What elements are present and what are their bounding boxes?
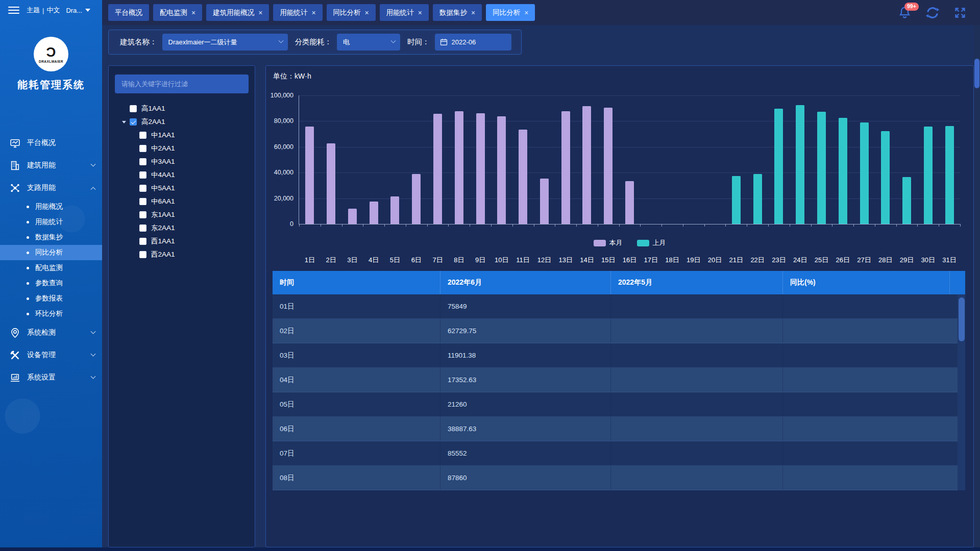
page-scrollbar-thumb[interactable] bbox=[974, 59, 979, 88]
checkbox[interactable] bbox=[130, 105, 137, 112]
building-select[interactable]: Draexlmaier一二级计量 bbox=[162, 34, 288, 51]
sidebar-item-用能概况[interactable]: 用能概况 bbox=[0, 199, 102, 214]
tree-node-中3AA1[interactable]: 中3AA1 bbox=[109, 155, 255, 168]
sidebar-item-平台概况[interactable]: 平台概况 bbox=[0, 132, 102, 154]
sidebar-item-同比分析[interactable]: 同比分析 bbox=[0, 245, 102, 260]
bar-4日-本月[interactable] bbox=[370, 202, 378, 224]
bar-7日-本月[interactable] bbox=[433, 114, 442, 224]
tree-node-高1AA1[interactable]: 高1AA1 bbox=[109, 102, 255, 115]
tab-close-icon[interactable]: × bbox=[365, 9, 369, 16]
bar-23日-上月[interactable] bbox=[774, 109, 783, 224]
sidebar-item-系统设置[interactable]: 系统设置 bbox=[0, 366, 102, 389]
sidebar-item-环比分析[interactable]: 环比分析 bbox=[0, 306, 102, 321]
bar-13日-本月[interactable] bbox=[561, 111, 570, 224]
tree-node-西1AA1[interactable]: 西1AA1 bbox=[109, 235, 255, 248]
sidebar-item-参数报表[interactable]: 参数报表 bbox=[0, 291, 102, 306]
checkbox[interactable] bbox=[139, 145, 146, 152]
checkbox[interactable] bbox=[139, 211, 146, 218]
bar-1日-本月[interactable] bbox=[305, 127, 314, 224]
table-row[interactable]: 07日85552 bbox=[273, 441, 965, 466]
tab-close-icon[interactable]: × bbox=[311, 9, 315, 16]
legend-item-本月[interactable]: 本月 bbox=[594, 238, 623, 247]
table-scrollbar[interactable] bbox=[958, 294, 965, 490]
bar-3日-本月[interactable] bbox=[348, 209, 357, 224]
tree-node-中5AA1[interactable]: 中5AA1 bbox=[109, 182, 255, 195]
bar-24日-上月[interactable] bbox=[796, 105, 804, 224]
bar-14日-本月[interactable] bbox=[582, 106, 591, 224]
tab-close-icon[interactable]: × bbox=[418, 9, 422, 16]
tree-search-input[interactable] bbox=[115, 74, 249, 93]
fullscreen-button[interactable] bbox=[953, 6, 967, 19]
bar-6日-本月[interactable] bbox=[412, 174, 421, 224]
tab-数据集抄[interactable]: 数据集抄× bbox=[433, 4, 482, 21]
bar-9日-本月[interactable] bbox=[476, 113, 485, 224]
tab-close-icon[interactable]: × bbox=[471, 9, 475, 16]
table-row[interactable]: 04日17352.63 bbox=[273, 368, 965, 392]
checkbox[interactable] bbox=[139, 224, 146, 232]
tree-node-中2AA1[interactable]: 中2AA1 bbox=[109, 142, 255, 155]
bar-11日-本月[interactable] bbox=[519, 130, 527, 224]
tree-node-东2AA1[interactable]: 东2AA1 bbox=[109, 221, 255, 235]
bar-5日-本月[interactable] bbox=[390, 196, 399, 224]
user-menu[interactable]: Dra... bbox=[66, 7, 90, 14]
table-row[interactable]: 08日87860 bbox=[273, 466, 965, 490]
tab-配电监测[interactable]: 配电监测× bbox=[153, 4, 202, 21]
hamburger-menu-icon[interactable] bbox=[8, 7, 19, 14]
tab-同比分析[interactable]: 同比分析× bbox=[327, 4, 376, 21]
tab-close-icon[interactable]: × bbox=[191, 9, 195, 16]
sidebar-item-系统检测[interactable]: 系统检测 bbox=[0, 321, 102, 344]
bar-12日-本月[interactable] bbox=[540, 179, 549, 224]
table-row[interactable]: 05日21260 bbox=[273, 392, 965, 417]
bar-28日-上月[interactable] bbox=[881, 131, 890, 224]
tree-node-中6AA1[interactable]: 中6AA1 bbox=[109, 195, 255, 208]
tree-node-中4AA1[interactable]: 中4AA1 bbox=[109, 168, 255, 182]
date-picker[interactable]: 2022-06 bbox=[435, 34, 511, 51]
bar-22日-上月[interactable] bbox=[753, 174, 762, 224]
bar-8日-本月[interactable] bbox=[455, 111, 463, 224]
checkbox[interactable] bbox=[139, 198, 146, 205]
table-row[interactable]: 06日38887.63 bbox=[273, 417, 965, 441]
tab-close-icon[interactable]: × bbox=[524, 9, 528, 16]
sidebar-item-配电监测[interactable]: 配电监测 bbox=[0, 260, 102, 276]
bar-16日-本月[interactable] bbox=[625, 181, 634, 224]
sidebar-item-建筑用能[interactable]: 建筑用能 bbox=[0, 154, 102, 177]
bar-25日-上月[interactable] bbox=[817, 112, 826, 224]
checkbox[interactable] bbox=[139, 132, 146, 139]
sidebar-item-设备管理[interactable]: 设备管理 bbox=[0, 344, 102, 366]
theme-link[interactable]: 主题 bbox=[27, 6, 40, 15]
energy-type-select[interactable]: 电 bbox=[337, 34, 400, 51]
checkbox[interactable] bbox=[139, 158, 146, 165]
legend-item-上月[interactable]: 上月 bbox=[637, 238, 666, 247]
sidebar-item-用能统计[interactable]: 用能统计 bbox=[0, 214, 102, 230]
table-scrollbar-thumb[interactable] bbox=[959, 297, 965, 341]
bar-15日-本月[interactable] bbox=[604, 108, 612, 224]
bar-2日-本月[interactable] bbox=[327, 143, 335, 224]
bar-30日-上月[interactable] bbox=[924, 127, 933, 224]
tab-同比分析[interactable]: 同比分析× bbox=[486, 4, 535, 21]
bar-21日-上月[interactable] bbox=[732, 176, 741, 224]
horizontal-scrollbar[interactable] bbox=[0, 547, 980, 551]
tab-close-icon[interactable]: × bbox=[258, 9, 262, 16]
refresh-button[interactable] bbox=[925, 5, 940, 20]
checkbox[interactable] bbox=[139, 251, 146, 258]
tab-平台概况[interactable]: 平台概况 bbox=[108, 4, 149, 21]
table-row[interactable]: 03日11901.38 bbox=[273, 343, 965, 368]
table-row[interactable]: 01日75849 bbox=[273, 294, 965, 319]
bar-26日-上月[interactable] bbox=[839, 118, 847, 224]
tree-node-中1AA1[interactable]: 中1AA1 bbox=[109, 129, 255, 142]
checkbox[interactable] bbox=[139, 171, 146, 179]
checkbox[interactable] bbox=[130, 118, 137, 126]
tree-node-高2AA1[interactable]: 高2AA1 bbox=[109, 115, 255, 129]
table-row[interactable]: 02日62729.75 bbox=[273, 319, 965, 343]
sidebar-item-数据集抄[interactable]: 数据集抄 bbox=[0, 230, 102, 245]
bar-27日-上月[interactable] bbox=[860, 122, 869, 224]
notifications-button[interactable]: 99+ bbox=[898, 6, 912, 19]
sidebar-item-参数查询[interactable]: 参数查询 bbox=[0, 276, 102, 291]
tab-用能统计[interactable]: 用能统计× bbox=[380, 4, 429, 21]
tab-建筑用能概况[interactable]: 建筑用能概况× bbox=[206, 4, 269, 21]
tab-用能统计[interactable]: 用能统计× bbox=[273, 4, 322, 21]
expand-arrow-icon[interactable] bbox=[122, 121, 126, 123]
checkbox[interactable] bbox=[139, 238, 146, 245]
checkbox[interactable] bbox=[139, 185, 146, 192]
bar-31日-上月[interactable] bbox=[945, 126, 954, 224]
